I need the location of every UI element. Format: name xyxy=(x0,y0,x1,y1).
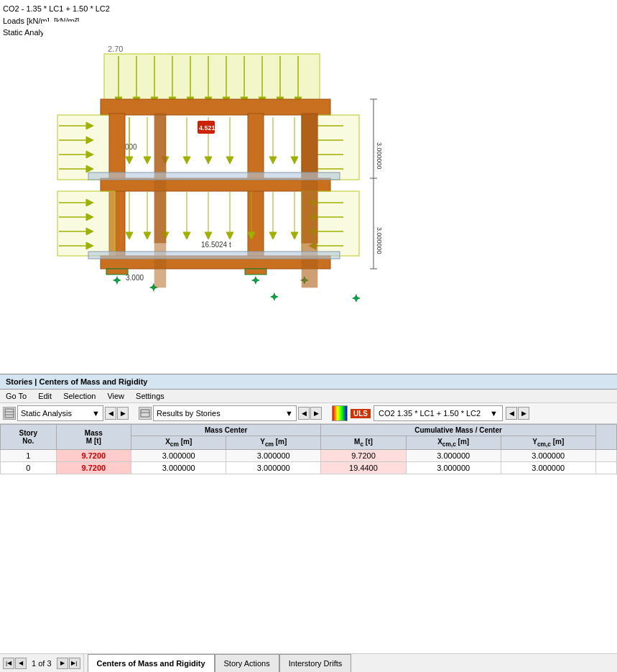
results-next-btn[interactable]: ▶ xyxy=(310,407,322,420)
bottom-tabs: Centers of Mass and RigidityStory Action… xyxy=(88,654,352,673)
col-ycm: Ycm [m] xyxy=(226,436,321,450)
status-nav: |◀ ◀ 1 of 3 ▶ ▶| xyxy=(0,658,83,669)
menu-goto[interactable]: Go To xyxy=(6,392,27,400)
col-xcmc: Xcm,c [m] xyxy=(406,436,501,450)
viewport: CO2 - 1.35 * LC1 + 1.50 * LC2 Loads [kN/… xyxy=(0,0,617,374)
page-info: 1 of 3 xyxy=(27,659,56,668)
col-mass-center-group: Mass Center xyxy=(131,425,321,436)
svg-rect-25 xyxy=(101,99,330,115)
bottom-tab-centers-of-mass-and-rigidity[interactable]: Centers of Mass and Rigidity xyxy=(88,654,215,673)
nav-first-btn[interactable]: |◀ xyxy=(3,658,14,669)
svg-text:3.000000: 3.000000 xyxy=(376,227,383,254)
table-wrapper: StoryNo. MassM [t] Mass Center Cumulativ… xyxy=(0,424,617,653)
col-ycmc: Ycm,c [m] xyxy=(501,436,595,450)
combo-text[interactable]: CO2 1.35 * LC1 + 1.50 * LC2 ▼ xyxy=(374,405,503,421)
col-xcm: Xcm [m] xyxy=(131,436,226,450)
combo-next-btn[interactable]: ▶ xyxy=(518,407,529,420)
svg-rect-126 xyxy=(88,252,340,259)
svg-rect-116 xyxy=(106,269,128,275)
bottom-panel: Stories | Centers of Mass and Rigidity G… xyxy=(0,374,617,653)
status-bar: |◀ ◀ 1 of 3 ▶ ▶| Centers of Mass and Rig… xyxy=(0,653,617,672)
table-row: 19.72003.0000003.0000009.72003.0000003.0… xyxy=(1,450,617,462)
toolbar-row: Static Analysis ▼ ◀ ▶ Results by Stories… xyxy=(0,403,617,424)
results-table: StoryNo. MassM [t] Mass Center Cumulativ… xyxy=(0,424,617,474)
svg-text:✦: ✦ xyxy=(251,275,260,286)
analysis-nav: ◀ ▶ xyxy=(105,407,129,420)
results-prev-btn[interactable]: ◀ xyxy=(298,407,310,420)
col-story-no: StoryNo. xyxy=(1,425,57,450)
analysis-icon xyxy=(3,407,16,420)
combo-label: CO2 - 1.35 * LC1 + 1.50 * LC2 xyxy=(3,3,110,15)
svg-text:✦: ✦ xyxy=(352,293,361,304)
svg-text:2.70: 2.70 xyxy=(108,45,123,53)
col-spacer xyxy=(595,425,616,450)
menu-view[interactable]: View xyxy=(107,392,124,400)
svg-text:✦: ✦ xyxy=(270,291,279,303)
svg-text:16.5024 t: 16.5024 t xyxy=(201,241,231,249)
menu-settings[interactable]: Settings xyxy=(136,392,164,400)
nav-last-btn[interactable]: ▶| xyxy=(69,658,80,669)
results-nav: ◀ ▶ xyxy=(298,407,322,420)
color-swatch xyxy=(332,405,348,421)
structure-svg: 2.70 xyxy=(43,22,388,359)
menu-edit[interactable]: Edit xyxy=(38,392,52,400)
bottom-tab-story-actions[interactable]: Story Actions xyxy=(215,654,279,673)
svg-rect-66 xyxy=(248,114,264,272)
analysis-dropdown-icon: ▼ xyxy=(92,409,100,418)
results-icon xyxy=(139,407,152,420)
svg-text:4.5216 t: 4.5216 t xyxy=(199,124,223,132)
col-cumulative-group: Cumulative Mass / Center xyxy=(321,425,596,436)
svg-rect-128 xyxy=(5,409,14,418)
svg-text:✦: ✦ xyxy=(113,275,121,286)
bottom-tab-interstory-drifts[interactable]: Interstory Drifts xyxy=(279,654,352,673)
analysis-next-btn[interactable]: ▶ xyxy=(117,407,129,420)
col-mc: Mc [t] xyxy=(321,436,406,450)
table-row: 09.72003.0000003.00000019.44003.0000003.… xyxy=(1,462,617,474)
menu-bar: Go To Edit Selection View Settings xyxy=(0,390,617,403)
combo-nav: ◀ ▶ xyxy=(506,407,529,420)
nav-next-btn[interactable]: ▶ xyxy=(57,658,68,669)
structure-canvas: 2.70 xyxy=(43,22,388,359)
svg-rect-124 xyxy=(154,115,166,287)
svg-rect-69 xyxy=(101,178,330,191)
svg-rect-125 xyxy=(302,115,317,287)
combo-prev-btn[interactable]: ◀ xyxy=(506,407,517,420)
panel-title: Stories | Centers of Mass and Rigidity xyxy=(6,377,147,386)
svg-text:3.000: 3.000 xyxy=(126,274,144,282)
menu-selection[interactable]: Selection xyxy=(63,392,96,400)
panel-title-bar: Stories | Centers of Mass and Rigidity xyxy=(0,374,617,390)
col-mass: MassM [t] xyxy=(56,425,131,450)
results-select[interactable]: Results by Stories ▼ xyxy=(153,405,297,421)
combo-dropdown-icon: ▼ xyxy=(490,409,498,418)
analysis-select[interactable]: Static Analysis ▼ xyxy=(17,405,103,421)
svg-rect-131 xyxy=(141,410,149,417)
results-dropdown-icon: ▼ xyxy=(285,409,296,418)
svg-rect-118 xyxy=(245,269,266,275)
analysis-prev-btn[interactable]: ◀ xyxy=(105,407,116,420)
uls-badge: ULS xyxy=(351,409,371,418)
nav-prev-btn[interactable]: ◀ xyxy=(15,658,27,669)
svg-rect-127 xyxy=(88,172,340,180)
svg-text:3.000000: 3.000000 xyxy=(376,142,383,170)
